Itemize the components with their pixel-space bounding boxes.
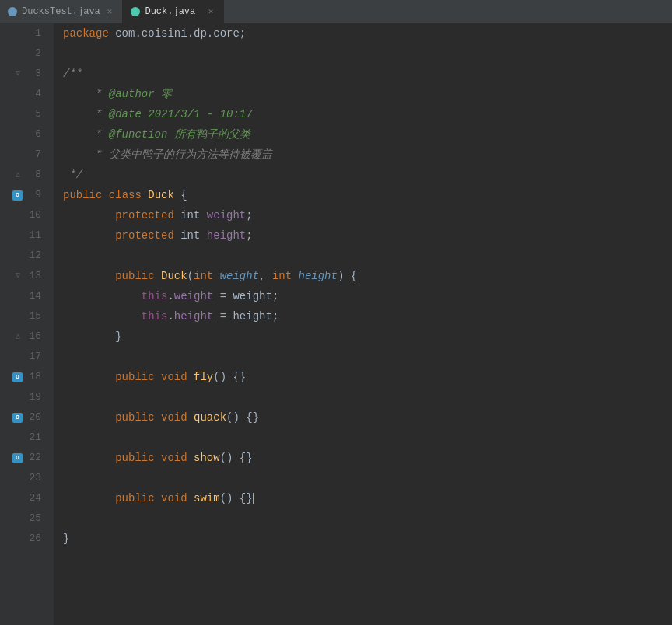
token-plain: } — [63, 529, 69, 549]
code-line: * @author 零 — [63, 84, 664, 104]
token-plain: {} — [226, 367, 246, 387]
gutter-line: △16 — [0, 326, 47, 347]
code-line: } — [63, 326, 664, 347]
token-protected-kw: protected — [115, 225, 174, 246]
gutter-line: 21 — [0, 428, 47, 448]
tab-ducks-test[interactable]: DucksTest.java ✕ — [0, 0, 123, 23]
line-number: 24 — [26, 488, 41, 508]
token-plain: { — [344, 266, 357, 286]
token-kw: public — [115, 266, 154, 286]
gutter-line: ▽13 — [0, 266, 47, 286]
tab-icon-duck — [131, 7, 140, 16]
line-number: 17 — [26, 347, 41, 367]
token-plain — [200, 225, 206, 246]
token-doc-text: 零 — [155, 84, 172, 104]
token-plain: } — [115, 326, 121, 347]
token-method-name: show — [194, 448, 220, 468]
method-icon[interactable]: o — [12, 453, 23, 463]
token-plain: ; — [246, 205, 252, 225]
code-line: this.weight = weight; — [63, 286, 664, 306]
method-icon[interactable]: o — [12, 372, 23, 382]
fold-open-icon[interactable]: ▽ — [13, 64, 23, 84]
code-line: public void fly() {} — [63, 367, 664, 387]
tab-duck[interactable]: Duck.java ✕ — [123, 0, 224, 23]
code-line: public void quack() {} — [63, 407, 664, 428]
token-kw: class — [109, 185, 142, 205]
token-plain: { — [174, 185, 187, 205]
token-plain: = — [213, 306, 233, 326]
tab-icon-test — [8, 7, 17, 16]
token-plain — [213, 266, 219, 286]
code-line — [63, 387, 664, 407]
token-plain: ; — [246, 225, 252, 246]
gutter-line: 7 — [0, 145, 47, 165]
line-number: 6 — [26, 124, 41, 145]
close-icon[interactable]: ✕ — [105, 5, 115, 17]
token-type: int — [180, 205, 200, 225]
fold-open-icon[interactable]: ▽ — [13, 266, 23, 286]
token-pkg-name: com.coisini.dp.core — [115, 23, 240, 44]
token-doc-text-cn: 所有鸭子的父类 — [167, 124, 250, 145]
method-icon[interactable]: o — [12, 190, 23, 201]
token-kw: int — [194, 266, 213, 286]
code-area[interactable]: package com.coisini.dp.core;/** * @autho… — [54, 23, 672, 625]
token-plain: . — [167, 286, 173, 306]
token-plain: ; — [240, 23, 246, 44]
token-plain: . — [167, 306, 173, 326]
token-kw: void — [161, 448, 187, 468]
token-plain — [292, 266, 298, 286]
token-plain — [155, 407, 161, 428]
line-number: 5 — [26, 104, 41, 124]
token-param: height — [299, 266, 338, 286]
method-icon[interactable]: o — [12, 413, 23, 423]
tab-bar: DucksTest.java ✕ Duck.java ✕ — [0, 0, 672, 23]
code-line: * @function 所有鸭子的父类 — [63, 124, 664, 145]
token-plain — [187, 448, 194, 468]
fold-close-icon[interactable]: △ — [13, 165, 23, 185]
token-plain: ; — [272, 306, 278, 326]
code-line: */ — [63, 165, 664, 185]
gutter-line: o22 — [0, 448, 47, 468]
token-kw: void — [161, 407, 187, 428]
text-cursor — [253, 493, 254, 504]
gutter-line: 5 — [0, 104, 47, 124]
fold-close-icon[interactable]: △ — [13, 326, 23, 347]
token-comment: /** — [63, 64, 82, 84]
gutter-line: 14 — [0, 286, 47, 306]
line-number: 16 — [26, 326, 41, 347]
gutter-line: o9 — [0, 185, 47, 205]
line-number: 14 — [26, 286, 41, 306]
code-line: this.height = height; — [63, 306, 664, 326]
line-number: 13 — [26, 266, 41, 286]
token-plain: , — [259, 266, 272, 286]
token-field: height — [207, 225, 246, 246]
token-annotation: @author — [109, 84, 155, 104]
token-this-kw: this — [142, 286, 168, 306]
code-line: * @date 2021/3/1 - 10:17 — [63, 104, 664, 124]
token-plain: = — [213, 286, 233, 306]
gutter-line: 25 — [0, 508, 47, 529]
line-number: 2 — [26, 44, 41, 64]
gutter-line: 4 — [0, 84, 47, 104]
line-number: 11 — [26, 225, 41, 246]
code-line: protected int weight; — [63, 205, 664, 225]
token-plain — [155, 266, 161, 286]
line-number: 8 — [26, 165, 41, 185]
line-number: 1 — [26, 23, 41, 44]
code-line: public class Duck { — [63, 185, 664, 205]
token-comment: * 父类中鸭子的行为方法等待被覆盖 — [89, 145, 272, 165]
token-kw: package — [63, 23, 109, 44]
line-number: 25 — [26, 508, 41, 529]
line-number: 26 — [26, 529, 41, 549]
gutter-line: 23 — [0, 468, 47, 488]
token-method-name: quack — [194, 407, 226, 428]
gutter-line: 6 — [0, 124, 47, 145]
token-plain: {} — [240, 407, 259, 428]
token-plain — [187, 367, 194, 387]
token-param: weight — [220, 266, 259, 286]
gutter-line: o20 — [0, 407, 47, 428]
token-kw: public — [115, 448, 154, 468]
close-icon[interactable]: ✕ — [206, 5, 216, 17]
token-paren: () — [220, 448, 233, 468]
token-paren: ( — [187, 266, 194, 286]
